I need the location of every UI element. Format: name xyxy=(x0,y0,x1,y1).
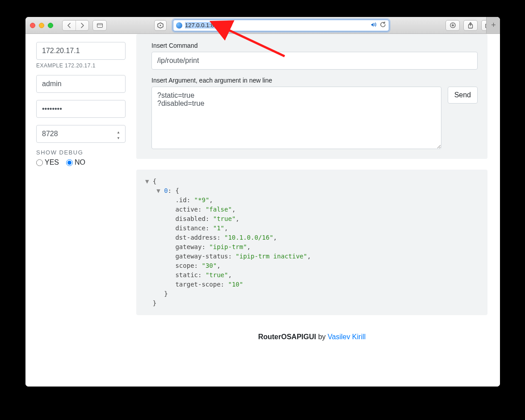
debug-no-option[interactable]: NO xyxy=(66,158,85,166)
sidebar-icon xyxy=(97,23,103,28)
reload-button[interactable] xyxy=(380,21,386,29)
argument-textarea[interactable] xyxy=(151,87,441,149)
close-window-button[interactable] xyxy=(30,23,35,28)
downloads-button[interactable] xyxy=(445,20,460,31)
app-name: RouterOSAPIGUI xyxy=(258,333,316,341)
connection-panel: EXAMPLE 172.20.17.1 ▲▼ SHOW DEBUG YES NO xyxy=(25,34,136,387)
argument-label: Insert Argument, each argument in new li… xyxy=(151,77,478,84)
debug-label: SHOW DEBUG xyxy=(36,149,126,156)
svg-point-1 xyxy=(160,25,161,26)
site-settings-button[interactable] xyxy=(154,20,167,31)
minimize-window-button[interactable] xyxy=(39,23,44,28)
host-hint: EXAMPLE 172.20.17.1 xyxy=(36,62,126,69)
share-icon xyxy=(468,22,473,29)
command-card: Insert Command Insert Argument, each arg… xyxy=(136,34,487,159)
zoom-window-button[interactable] xyxy=(48,23,53,28)
hexagon-icon xyxy=(157,22,164,29)
result-viewer: ▼ { ▼ 0: { .id: "*9", active: "false", d… xyxy=(136,170,487,315)
browser-toolbar: 127.0.0.1:8081 + xyxy=(25,17,500,34)
debug-yes-label: YES xyxy=(45,158,59,166)
new-tab-button[interactable]: + xyxy=(486,17,500,33)
send-button[interactable]: Send xyxy=(448,87,478,104)
host-input[interactable] xyxy=(36,42,126,60)
window-controls xyxy=(30,23,59,28)
command-label: Insert Command xyxy=(151,42,478,49)
forward-button[interactable] xyxy=(76,21,88,30)
audio-icon[interactable] xyxy=(371,22,377,29)
main-panel: Insert Command Insert Argument, each arg… xyxy=(136,34,500,387)
debug-yes-option[interactable]: YES xyxy=(36,158,59,166)
show-sidebar-button[interactable] xyxy=(92,20,107,31)
nav-back-forward xyxy=(62,20,89,31)
share-button[interactable] xyxy=(463,20,478,31)
download-icon xyxy=(450,22,456,28)
globe-icon xyxy=(176,22,182,29)
port-input[interactable] xyxy=(36,125,126,143)
port-stepper[interactable]: ▲▼ xyxy=(117,130,123,140)
app-body: EXAMPLE 172.20.17.1 ▲▼ SHOW DEBUG YES NO xyxy=(25,34,500,387)
username-input[interactable] xyxy=(36,75,126,93)
footer: RouterOSAPIGUI by Vasilev Kirill xyxy=(136,315,487,354)
url-text: 127.0.0.1:8081 xyxy=(185,22,368,29)
debug-no-label: NO xyxy=(75,158,85,166)
footer-by: by xyxy=(316,333,328,341)
password-input[interactable] xyxy=(36,100,126,118)
address-bar[interactable]: 127.0.0.1:8081 xyxy=(173,20,389,31)
back-button[interactable] xyxy=(63,21,76,30)
command-input[interactable] xyxy=(151,52,478,70)
browser-window: 127.0.0.1:8081 + xyxy=(25,17,500,387)
author-link[interactable]: Vasilev Kirill xyxy=(328,333,365,341)
